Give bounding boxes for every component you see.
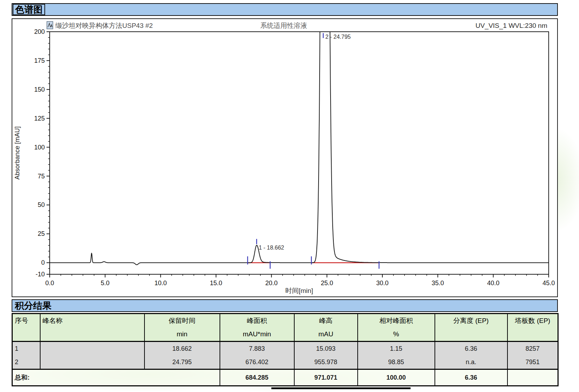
y-axis-title: Absorbance [mAU] — [14, 126, 21, 179]
svg-text:75: 75 — [38, 173, 45, 180]
svg-text:20.0: 20.0 — [265, 280, 278, 287]
peak-value: 7.883 — [220, 342, 294, 356]
column-header: 相对峰面积% — [358, 314, 435, 342]
svg-text:-10: -10 — [36, 271, 45, 278]
svg-text:25: 25 — [38, 230, 45, 237]
svg-text:40.0: 40.0 — [487, 280, 499, 287]
detector-channel-label: UV_VIS_1 WVL:230 nm — [475, 22, 547, 30]
column-header: 分离度 (EP) — [435, 314, 507, 342]
injection-icon — [47, 22, 53, 29]
chromatogram-panel: 缬沙坦对映异构体方法USP43 #2 系统适用性溶液 UV_VIS_1 WVL:… — [12, 18, 558, 297]
peak-value: 6.36 — [435, 342, 507, 356]
peak-value — [40, 342, 144, 356]
column-header: 峰高mAU — [294, 314, 358, 342]
sum-value: 6.36 — [435, 369, 507, 386]
peak-value: 98.85 — [358, 355, 435, 369]
svg-text:2 - 24.795: 2 - 24.795 — [325, 34, 351, 40]
column-header: 峰名称 — [40, 314, 144, 342]
sum-value — [507, 369, 558, 386]
y-axis-ticks: 2001751501251007550250-10 — [34, 28, 50, 278]
integration-results-table: 序号峰名称保留时间min峰面积mAU*min峰高mAU相对峰面积%分离度 (EP… — [12, 313, 559, 386]
x-axis-ticks: 0.05.010.015.020.025.030.035.040.045.0 — [45, 274, 555, 287]
table-header-row: 序号峰名称保留时间min峰面积mAU*min峰高mAU相对峰面积%分离度 (EP… — [12, 314, 558, 342]
peak-value: 8257 — [507, 342, 558, 356]
svg-text:1 - 18.662: 1 - 18.662 — [259, 245, 284, 251]
svg-text:25.0: 25.0 — [321, 280, 333, 287]
peak-value: n.a. — [435, 355, 507, 369]
sample-name: 系统适用性溶液 — [260, 22, 307, 29]
peak-value: 955.978 — [294, 355, 358, 369]
svg-text:15.0: 15.0 — [210, 280, 222, 287]
peak-value: 676.402 — [220, 355, 294, 369]
svg-text:30.0: 30.0 — [376, 280, 388, 287]
peak-number: 2 — [12, 355, 40, 369]
peak-row: 118.6627.88315.0931.156.368257 — [12, 342, 558, 356]
sum-row: 总和:684.285971.071100.006.36 — [12, 369, 558, 386]
svg-text:35.0: 35.0 — [432, 280, 444, 287]
svg-text:0: 0 — [41, 259, 45, 266]
section-title: 色谱图 — [13, 4, 45, 15]
svg-text:125: 125 — [34, 115, 45, 122]
svg-text:0.0: 0.0 — [45, 280, 54, 287]
peak-value: 24.795 — [144, 355, 220, 369]
column-header: 峰面积mAU*min — [220, 314, 294, 342]
chromatogram-section-bar: 色谱图 — [12, 3, 558, 16]
injection-name: 缬沙坦对映异构体方法USP43 #2 — [55, 22, 153, 29]
table-bottom-rule — [271, 387, 411, 389]
peak-value: 1.15 — [358, 342, 435, 356]
section-title: 积分结果 — [12, 300, 51, 311]
x-axis-title: 时间[min] — [285, 287, 313, 294]
svg-text:50: 50 — [38, 201, 45, 208]
svg-text:200: 200 — [34, 28, 45, 35]
column-header: 序号 — [12, 314, 40, 342]
peak-value: 18.662 — [144, 342, 220, 356]
peak-value — [40, 355, 144, 369]
sum-label: 总和: — [12, 369, 220, 386]
peak-row: 224.795676.402955.97898.85n.a.7951 — [12, 355, 558, 369]
sum-value: 971.071 — [294, 369, 358, 386]
plot-area — [50, 32, 549, 274]
column-header: 塔板数 (EP) — [507, 314, 558, 342]
column-header: 保留时间min — [144, 314, 220, 342]
integration-results-bar: 积分结果 — [12, 299, 558, 312]
sum-value: 100.00 — [358, 369, 435, 386]
svg-text:175: 175 — [34, 57, 45, 64]
svg-text:100: 100 — [34, 144, 45, 151]
svg-text:5.0: 5.0 — [101, 280, 110, 287]
svg-text:10.0: 10.0 — [154, 280, 167, 287]
svg-text:45.0: 45.0 — [542, 280, 555, 287]
peak-value: 15.093 — [294, 342, 358, 356]
sum-value: 684.285 — [220, 369, 294, 386]
peak-number: 1 — [12, 342, 40, 356]
peak-value: 7951 — [507, 355, 558, 369]
svg-text:150: 150 — [34, 86, 45, 93]
